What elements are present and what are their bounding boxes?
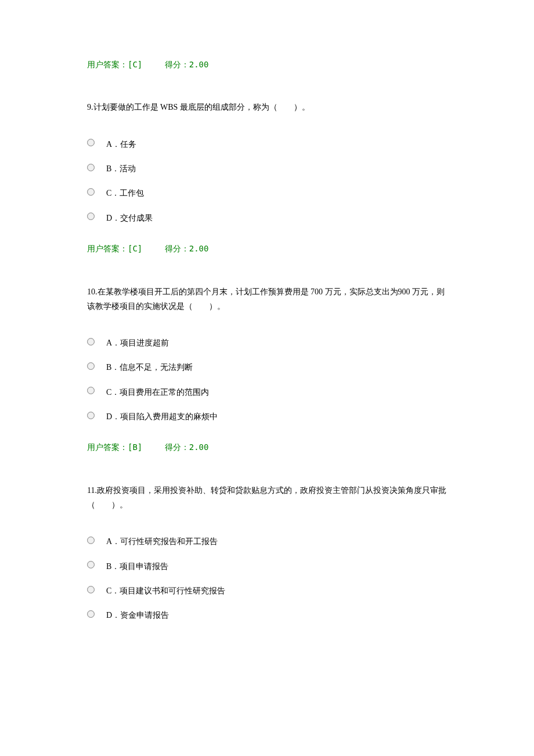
q10-options: A．项目进度超前 B．信息不足，无法判断 C．项目费用在正常的范围内 D．项目陷… [87,337,447,424]
q9-option-c-text: C．工作包 [106,187,144,200]
score-label: 得分： [165,60,189,69]
answer-label: 用户答案： [87,60,128,69]
q10-option-c[interactable]: C．项目费用在正常的范围内 [87,386,447,399]
radio-icon[interactable] [87,561,95,568]
question-9: 9.计划要做的工作是 WBS 最底层的组成部分，称为（ ）。 A．任务 B．活动… [87,100,447,255]
q11-option-d[interactable]: D．资金申请报告 [87,609,447,622]
q9-options: A．任务 B．活动 C．工作包 D．交付成果 [87,138,447,225]
q10-option-c-text: C．项目费用在正常的范围内 [106,386,209,399]
q9-score-value: 2.00 [189,244,209,253]
q11-option-c-text: C．项目建议书和可行性研究报告 [106,585,225,597]
q9-option-d[interactable]: D．交付成果 [87,212,447,225]
radio-icon[interactable] [87,610,95,618]
question-11: 11.政府投资项目，采用投资补助、转贷和贷款贴息方式的，政府投资主管部门从投资决… [87,483,447,622]
radio-icon[interactable] [87,164,95,171]
q9-text: 9.计划要做的工作是 WBS 最底层的组成部分，称为（ ）。 [87,100,447,114]
q8-answer-line: 用户答案：[C] 得分：2.00 [87,58,447,71]
q10-answer-line: 用户答案：[B] 得分：2.00 [87,441,447,453]
q8-answer-value: [C] [128,60,142,69]
q11-text: 11.政府投资项目，采用投资补助、转贷和贷款贴息方式的，政府投资主管部门从投资决… [87,483,447,512]
radio-icon[interactable] [87,188,95,196]
radio-icon[interactable] [87,586,95,593]
answer-label: 用户答案： [87,244,128,253]
q10-option-b-text: B．信息不足，无法判断 [106,361,193,374]
q10-option-d[interactable]: D．项目陷入费用超支的麻烦中 [87,411,447,423]
q9-option-d-text: D．交付成果 [106,212,153,225]
q9-option-b[interactable]: B．活动 [87,163,447,175]
q9-option-c[interactable]: C．工作包 [87,187,447,200]
radio-icon[interactable] [87,537,95,544]
q11-option-b-text: B．项目申请报告 [106,560,168,573]
q11-option-a-text: A．可行性研究报告和开工报告 [106,535,218,548]
q11-option-c[interactable]: C．项目建议书和可行性研究报告 [87,585,447,597]
score-label: 得分： [165,442,189,452]
radio-icon[interactable] [87,387,95,394]
q11-options: A．可行性研究报告和开工报告 B．项目申请报告 C．项目建议书和可行性研究报告 … [87,535,447,622]
score-label: 得分： [165,244,189,253]
q10-option-b[interactable]: B．信息不足，无法判断 [87,361,447,374]
q10-text: 10.在某教学楼项目开工后的第四个月末，计划工作预算费用是 700 万元，实际总… [87,285,447,314]
q9-option-b-text: B．活动 [106,163,136,175]
q10-answer-value: [B] [128,442,142,452]
q10-option-a-text: A．项目进度超前 [106,337,169,350]
q9-option-a-text: A．任务 [106,138,136,151]
q11-option-d-text: D．资金申请报告 [106,609,169,622]
radio-icon[interactable] [87,412,95,419]
q11-option-b[interactable]: B．项目申请报告 [87,560,447,573]
radio-icon[interactable] [87,338,95,345]
q8-score-value: 2.00 [189,60,209,69]
radio-icon[interactable] [87,139,95,146]
question-10: 10.在某教学楼项目开工后的第四个月末，计划工作预算费用是 700 万元，实际总… [87,285,447,454]
radio-icon[interactable] [87,362,95,370]
q9-answer-line: 用户答案：[C] 得分：2.00 [87,242,447,255]
q9-option-a[interactable]: A．任务 [87,138,447,151]
q10-option-a[interactable]: A．项目进度超前 [87,337,447,350]
q11-option-a[interactable]: A．可行性研究报告和开工报告 [87,535,447,548]
answer-label: 用户答案： [87,442,128,452]
q10-option-d-text: D．项目陷入费用超支的麻烦中 [106,411,218,423]
radio-icon[interactable] [87,213,95,220]
q9-answer-value: [C] [128,244,142,253]
q10-score-value: 2.00 [189,442,209,452]
